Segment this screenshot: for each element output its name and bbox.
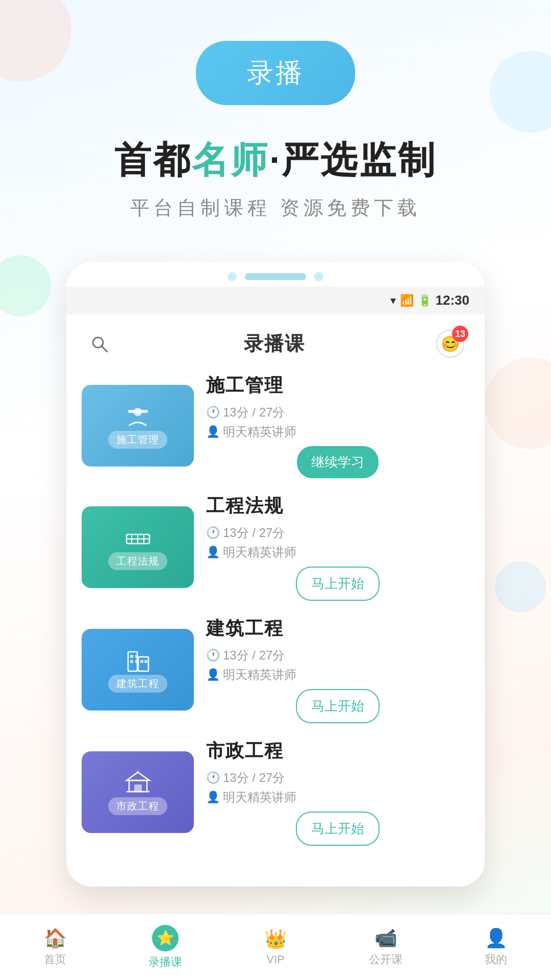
- title-middle: ·: [269, 139, 282, 180]
- nav-label-vip: VIP: [266, 953, 284, 966]
- svg-rect-15: [140, 660, 143, 663]
- course-thumbnail-1: 施工管理: [82, 385, 194, 467]
- nav-item-vip[interactable]: 👑 VIP: [220, 928, 331, 966]
- search-button[interactable]: [87, 331, 112, 357]
- bg-decor-5: [495, 561, 546, 612]
- svg-rect-13: [130, 660, 133, 663]
- course-info-1: 施工管理 🕐 13分 / 27分 👤 明天精英讲师 继续学习: [206, 373, 469, 478]
- nav-label-opencourse: 公开课: [369, 952, 403, 967]
- nav-icon-record: ⭐: [152, 925, 179, 951]
- course-teacher-2: 👤 明天精英讲师: [206, 544, 469, 560]
- status-time: 12:30: [436, 292, 470, 308]
- thumb-label-3: 建筑工程: [108, 675, 167, 693]
- indicator-dot-2: [314, 272, 323, 281]
- course-meta-3: 🕐 13分 / 27分 👤 明天精英讲师: [206, 647, 469, 683]
- hero-section: 首都名师·严选监制 平台自制课程 资源免费下载: [0, 126, 551, 241]
- course-item-4[interactable]: 市政工程 市政工程 🕐 13分 / 27分 👤 明天精英讲师 马上开始: [82, 739, 469, 846]
- nav-label-mine: 我的: [485, 952, 507, 967]
- wifi-icon: ▾: [390, 294, 396, 307]
- hero-title: 首都名师·严选监制: [0, 136, 551, 185]
- course-meta-1: 🕐 13分 / 27分 👤 明天精英讲师: [206, 404, 469, 440]
- course-action-btn-2[interactable]: 马上开始: [296, 567, 380, 601]
- course-action-btn-1[interactable]: 继续学习: [297, 446, 379, 478]
- thumb-label-4: 市政工程: [108, 797, 167, 815]
- nav-item-home[interactable]: 🏠 首页: [0, 927, 110, 967]
- signal-icon: 📶: [400, 294, 414, 307]
- thumb-label-1: 施工管理: [108, 431, 167, 449]
- course-info-4: 市政工程 🕐 13分 / 27分 👤 明天精英讲师 马上开始: [206, 739, 469, 846]
- course-teacher-1: 👤 明天精英讲师: [206, 424, 469, 440]
- indicator-line: [245, 273, 306, 280]
- notification-badge: 13: [452, 326, 468, 342]
- thumb-label-2: 工程法规: [108, 552, 167, 570]
- status-bar: ▾ 📶 🔋 12:30: [66, 286, 485, 314]
- course-item-1[interactable]: 施工管理 施工管理 🕐 13分 / 27分 👤 明天精英讲师 继续学习: [82, 373, 469, 478]
- course-duration-2: 🕐 13分 / 27分: [206, 525, 469, 541]
- nav-icon-vip: 👑: [264, 928, 287, 950]
- course-action-btn-3[interactable]: 马上开始: [296, 689, 380, 723]
- app-header: 录播课 😊 13: [66, 314, 485, 368]
- course-name-2: 工程法规: [206, 494, 469, 519]
- course-teacher-4: 👤 明天精英讲师: [206, 789, 469, 805]
- nav-icon-mine: 👤: [485, 927, 508, 949]
- bg-decor-3: [0, 255, 51, 316]
- person-icon-4: 👤: [206, 791, 220, 804]
- person-icon-1: 👤: [206, 425, 220, 438]
- course-info-2: 工程法规 🕐 13分 / 27分 👤 明天精英讲师 马上开始: [206, 494, 469, 601]
- nav-label-record: 录播课: [148, 954, 182, 970]
- app-title: 录播课: [244, 331, 305, 357]
- person-icon-2: 👤: [206, 546, 220, 559]
- nav-icon-opencourse: 📹: [374, 927, 397, 949]
- chat-button[interactable]: 😊 13: [436, 330, 464, 358]
- svg-rect-12: [135, 655, 138, 658]
- title-part2: 严选监制: [282, 139, 437, 180]
- nav-label-home: 首页: [44, 952, 66, 967]
- course-item-2[interactable]: 工程法规 工程法规 🕐 13分 / 27分 👤 明天精英讲师 马上开始: [82, 494, 469, 601]
- course-duration-3: 🕐 13分 / 27分: [206, 647, 469, 664]
- course-name-3: 建筑工程: [206, 616, 469, 641]
- bg-decor-4: [485, 357, 551, 449]
- course-info-3: 建筑工程 🕐 13分 / 27分 👤 明天精英讲师 马上开始: [206, 616, 469, 723]
- course-name-4: 市政工程: [206, 739, 469, 764]
- bottom-nav: 🏠 首页 ⭐ 录播课 👑 VIP 📹 公开课 👤 我的: [0, 914, 551, 980]
- nav-item-mine[interactable]: 👤 我的: [441, 927, 551, 967]
- svg-point-0: [93, 337, 103, 348]
- clock-icon-4: 🕐: [206, 771, 220, 785]
- course-meta-2: 🕐 13分 / 27分 👤 明天精英讲师: [206, 525, 469, 560]
- course-thumbnail-4: 市政工程: [82, 751, 194, 833]
- course-thumbnail-2: 工程法规: [82, 506, 194, 588]
- status-icons: ▾ 📶 🔋 12:30: [390, 292, 470, 308]
- course-action-btn-4[interactable]: 马上开始: [296, 812, 380, 846]
- record-button[interactable]: 录播: [196, 41, 355, 105]
- svg-rect-19: [134, 785, 142, 792]
- svg-rect-14: [135, 660, 138, 663]
- course-thumbnail-3: 建筑工程: [82, 629, 194, 710]
- person-icon-3: 👤: [206, 668, 220, 681]
- course-meta-4: 🕐 13分 / 27分 👤 明天精英讲师: [206, 770, 469, 805]
- svg-rect-16: [144, 660, 147, 663]
- title-part1: 首都: [114, 139, 192, 180]
- indicator-dot-1: [228, 272, 237, 281]
- hero-subtitle: 平台自制课程 资源免费下载: [0, 195, 551, 221]
- nav-item-record[interactable]: ⭐ 录播课: [110, 925, 220, 970]
- course-duration-4: 🕐 13分 / 27分: [206, 770, 469, 786]
- nav-item-opencourse[interactable]: 📹 公开课: [331, 927, 441, 967]
- clock-icon-2: 🕐: [206, 526, 220, 540]
- svg-line-1: [102, 347, 107, 352]
- svg-rect-3: [128, 410, 148, 413]
- clock-icon-1: 🕐: [206, 406, 220, 419]
- course-list: 施工管理 施工管理 🕐 13分 / 27分 👤 明天精英讲师 继续学习 工程法规…: [66, 368, 485, 866]
- svg-marker-18: [127, 772, 149, 780]
- indicator-bar: [66, 262, 485, 286]
- nav-icon-home: 🏠: [44, 927, 67, 949]
- course-duration-1: 🕐 13分 / 27分: [206, 404, 469, 421]
- course-item-3[interactable]: 建筑工程 建筑工程 🕐 13分 / 27分 👤 明天精英讲师 马上开始: [82, 616, 469, 723]
- battery-icon: 🔋: [418, 294, 432, 307]
- phone-mockup: ▾ 📶 🔋 12:30 录播课 😊 13 施工管理 施工管理: [66, 262, 485, 887]
- svg-rect-10: [138, 657, 148, 671]
- top-section: 录播: [0, 0, 551, 126]
- course-name-1: 施工管理: [206, 373, 469, 398]
- course-teacher-3: 👤 明天精英讲师: [206, 667, 469, 683]
- title-highlight: 名师: [192, 139, 269, 180]
- clock-icon-3: 🕐: [206, 649, 220, 662]
